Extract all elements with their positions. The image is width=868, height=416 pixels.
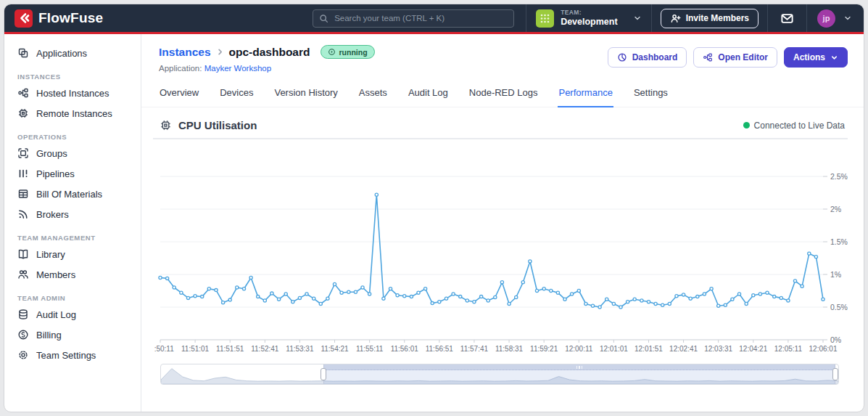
breadcrumb: Instances opc-dashboard running (159, 45, 375, 59)
breadcrumb-instances-link[interactable]: Instances (159, 46, 211, 59)
flowfuse-logo[interactable]: FlowFuse (15, 9, 103, 28)
app-window: FlowFuse TEAM: Development (4, 4, 864, 412)
brush-drag-strip[interactable] (324, 364, 835, 370)
sidebar-item-audit-log[interactable]: Audit Log (4, 304, 141, 325)
sidebar-item-hosted-instances[interactable]: Hosted Instances (4, 83, 141, 103)
live-status-dot-icon (743, 122, 750, 129)
user-menu[interactable]: jp (806, 4, 864, 32)
brush-selection[interactable] (323, 364, 835, 384)
svg-text:12:06:01: 12:06:01 (809, 345, 838, 353)
svg-text:0.5%: 0.5% (830, 303, 848, 311)
play-circle-icon (328, 48, 336, 56)
actions-button-label: Actions (793, 52, 825, 62)
sidebar-item-applications[interactable]: Applications (4, 43, 141, 63)
tab-assets[interactable]: Assets (358, 81, 388, 107)
svg-text:12:04:21: 12:04:21 (739, 345, 767, 353)
sidebar-section-team-management: TEAM MANAGEMENT (4, 224, 141, 244)
application-line: Application: Mayker Workshop (159, 64, 375, 73)
svg-text:11:53:31: 11:53:31 (286, 345, 314, 353)
brush-grip-icon (576, 366, 578, 369)
svg-text:11:56:51: 11:56:51 (426, 345, 454, 353)
envelope-icon (780, 12, 794, 25)
svg-text:11:55:11: 11:55:11 (356, 345, 384, 353)
svg-text:11:51:01: 11:51:01 (181, 345, 210, 353)
tab-performance[interactable]: Performance (558, 81, 613, 107)
svg-text:1.5%: 1.5% (830, 237, 848, 246)
chevron-down-icon (843, 14, 852, 23)
status-label: running (339, 48, 367, 57)
svg-text:12:03:31: 12:03:31 (704, 345, 732, 353)
performance-panel: CPU Utilisation Connected to Live Data 0… (141, 107, 864, 412)
main-content: Instances opc-dashboard running Applicat… (141, 34, 864, 412)
application-link[interactable]: Mayker Workshop (204, 64, 271, 73)
pipelines-icon (17, 168, 29, 179)
instance-tabs: Overview Devices Version History Assets … (141, 79, 864, 107)
team-name: Development (561, 17, 618, 27)
chevron-right-icon (216, 48, 224, 56)
tab-version-history[interactable]: Version History (273, 81, 338, 107)
sidebar-item-library[interactable]: Library (4, 244, 141, 264)
dashboard-button[interactable]: Dashboard (608, 47, 687, 68)
flowfuse-logo-icon (15, 9, 33, 28)
team-avatar (536, 9, 554, 28)
sidebar-item-members[interactable]: Members (4, 264, 141, 285)
sidebar-item-label: Hosted Instances (36, 88, 109, 99)
team-label: TEAM: (561, 9, 618, 17)
brush-handle-right[interactable] (832, 368, 838, 380)
top-navigation-bar: FlowFuse TEAM: Development (4, 4, 864, 34)
sidebar-section-operations: OPERATIONS (4, 123, 141, 143)
search-input[interactable] (333, 13, 508, 23)
tab-node-red-logs[interactable]: Node-RED Logs (468, 81, 539, 107)
tab-devices[interactable]: Devices (219, 81, 254, 107)
sidebar-item-bill-of-materials[interactable]: Bill Of Materials (4, 184, 141, 204)
tab-settings[interactable]: Settings (633, 81, 669, 107)
sidebar-item-brokers[interactable]: Brokers (4, 204, 141, 224)
actions-button[interactable]: Actions (784, 47, 848, 68)
open-editor-button-label: Open Editor (718, 52, 768, 62)
chevron-down-icon (633, 14, 642, 23)
time-range-brush[interactable] (160, 364, 839, 385)
svg-text:12:00:11: 12:00:11 (565, 345, 593, 353)
svg-text:12:01:51: 12:01:51 (635, 345, 663, 353)
sidebar-item-team-settings[interactable]: Team Settings (4, 345, 141, 365)
sidebar-item-label: Billing (36, 330, 62, 340)
sidebar-item-label: Brokers (36, 209, 69, 220)
sidebar-item-label: Audit Log (36, 309, 76, 320)
sidebar-item-groups[interactable]: Groups (4, 143, 141, 163)
team-search-box[interactable] (313, 9, 514, 28)
svg-text:2%: 2% (830, 205, 841, 213)
tab-overview[interactable]: Overview (159, 81, 199, 107)
sidebar-item-pipelines[interactable]: Pipelines (4, 163, 141, 184)
svg-text:11:51:51: 11:51:51 (216, 345, 244, 353)
tab-audit-log[interactable]: Audit Log (408, 81, 449, 107)
gear-icon (17, 349, 29, 361)
invite-members-button[interactable]: Invite Members (661, 9, 759, 28)
editor-nodes-icon (703, 52, 713, 62)
chevron-down-icon (830, 54, 838, 62)
svg-text:1%: 1% (830, 270, 841, 279)
brokers-icon (17, 208, 29, 220)
user-avatar: jp (817, 9, 835, 28)
mail-button[interactable] (767, 4, 806, 32)
svg-text:12:05:11: 12:05:11 (774, 345, 803, 353)
application-label: Application: (159, 64, 202, 73)
svg-text:11:59:21: 11:59:21 (530, 345, 558, 353)
brush-grip-icon (582, 366, 583, 369)
brush-handle-left[interactable] (321, 368, 326, 380)
sidebar-section-instances: INSTANCES (4, 63, 141, 83)
search-icon (319, 14, 328, 23)
open-editor-button[interactable]: Open Editor (693, 47, 777, 68)
billing-icon (17, 329, 29, 340)
svg-text:2.5%: 2.5% (830, 172, 848, 181)
audit-log-icon (17, 309, 29, 320)
svg-text:0%: 0% (830, 335, 841, 344)
hosted-instances-icon (17, 87, 29, 99)
sidebar: Applications INSTANCES Hosted Instances … (4, 34, 141, 412)
team-selector[interactable]: TEAM: Development (526, 4, 651, 32)
sidebar-item-label: Library (36, 249, 65, 260)
pie-chart-icon (617, 52, 627, 62)
sidebar-section-team-admin: TEAM ADMIN (4, 285, 141, 304)
sidebar-item-remote-instances[interactable]: Remote Instances (4, 103, 141, 123)
remote-instances-icon (17, 107, 29, 119)
sidebar-item-billing[interactable]: Billing (4, 325, 141, 345)
